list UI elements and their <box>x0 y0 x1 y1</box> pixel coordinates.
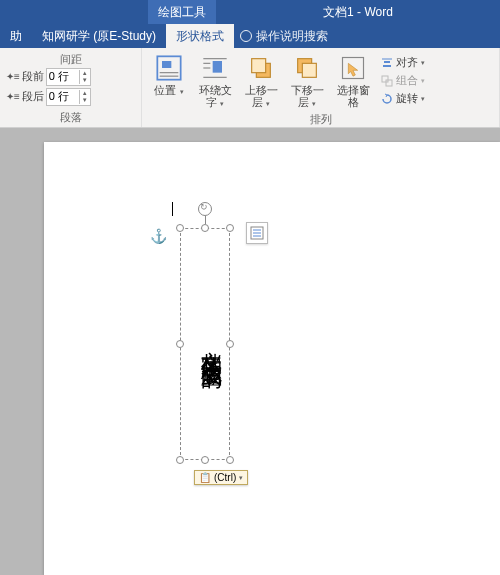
title-bar: 绘图工具 文档1 - Word <box>0 0 500 24</box>
resize-handle[interactable] <box>201 456 209 464</box>
resize-handle[interactable] <box>226 340 234 348</box>
group-paragraph: 间距 ✦≡ 段前 ▲▼ ✦≡ 段后 ▲▼ 段落 <box>0 48 142 127</box>
anchor-icon: ⚓ <box>150 228 167 244</box>
svg-rect-6 <box>213 61 222 73</box>
rotate-button[interactable]: 旋转▾ <box>378 90 428 107</box>
chevron-down-icon: ▾ <box>239 474 243 482</box>
bring-forward-icon <box>247 54 275 82</box>
space-after-input[interactable] <box>47 91 79 103</box>
send-backward-icon <box>293 54 321 82</box>
space-after-spinner[interactable]: ▲▼ <box>46 88 91 106</box>
ribbon-tabs: 助 知网研学 (原E-Study) 形状格式 操作说明搜索 <box>0 24 500 48</box>
tab-shape-format[interactable]: 形状格式 <box>166 24 234 48</box>
group-icon <box>381 75 393 87</box>
rotate-handle[interactable] <box>198 202 212 216</box>
rotate-label: 旋转 <box>396 91 418 106</box>
group-label-arrange: 排列 <box>148 110 493 127</box>
send-backward-button[interactable]: 下移一层 ▾ <box>286 52 328 110</box>
bring-forward-button[interactable]: 上移一层 ▾ <box>240 52 282 110</box>
resize-handle[interactable] <box>226 224 234 232</box>
down-arrow-icon[interactable]: ▼ <box>80 97 90 104</box>
tab-help[interactable]: 助 <box>0 24 32 48</box>
ribbon: 间距 ✦≡ 段前 ▲▼ ✦≡ 段后 ▲▼ 段落 <box>0 48 500 128</box>
space-before-label: 段前 <box>22 69 44 84</box>
clipboard-icon: 📋 <box>199 472 211 483</box>
down-arrow-icon[interactable]: ▼ <box>80 77 90 84</box>
resize-handle[interactable] <box>176 456 184 464</box>
svg-rect-17 <box>382 76 388 82</box>
selection-pane-button[interactable]: 选择窗格 <box>332 52 374 108</box>
svg-rect-18 <box>386 80 392 86</box>
wrap-text-icon <box>201 54 229 82</box>
space-after-icon: ✦≡ <box>6 91 20 102</box>
space-before-icon: ✦≡ <box>6 71 20 82</box>
page[interactable]: ⚓ 文档字体怎么变成竖的 📋 (Ctrl) ▾ <box>44 142 500 575</box>
rotate-icon <box>381 93 393 105</box>
svg-rect-15 <box>384 61 390 63</box>
group-btn-label: 组合 <box>396 73 418 88</box>
selection-label: 选择窗格 <box>332 84 374 108</box>
text-box-content[interactable]: 文档字体怎么变成竖的 <box>184 232 226 456</box>
resize-handle[interactable] <box>176 224 184 232</box>
tell-me[interactable]: 操作说明搜索 <box>240 28 328 45</box>
group-arrange: 位置 ▾ 环绕文 字 ▾ 上移一层 ▾ 下移一层 ▾ <box>142 48 500 127</box>
up-arrow-icon[interactable]: ▲ <box>80 90 90 97</box>
position-label: 位置 <box>154 84 176 96</box>
layout-options-button[interactable] <box>246 222 268 244</box>
tab-estudy[interactable]: 知网研学 (原E-Study) <box>32 24 166 48</box>
wrap-text-button[interactable]: 环绕文 字 ▾ <box>194 52 236 110</box>
forward-label: 上移一层 <box>245 84 278 108</box>
backward-label: 下移一层 <box>291 84 324 108</box>
text-box[interactable]: 文档字体怎么变成竖的 <box>174 222 236 466</box>
align-label: 对齐 <box>396 55 418 70</box>
group-label-paragraph: 段落 <box>6 108 135 125</box>
spacing-header: 间距 <box>6 52 135 67</box>
paste-options-tag[interactable]: 📋 (Ctrl) ▾ <box>194 470 248 485</box>
paste-tag-label: (Ctrl) <box>214 472 236 483</box>
position-icon <box>155 54 183 82</box>
resize-handle[interactable] <box>201 224 209 232</box>
space-after-label: 段后 <box>22 89 44 104</box>
space-before-spinner[interactable]: ▲▼ <box>46 68 91 86</box>
svg-rect-16 <box>383 65 391 67</box>
layout-options-icon <box>250 226 264 240</box>
up-arrow-icon[interactable]: ▲ <box>80 70 90 77</box>
drawing-tools-tab[interactable]: 绘图工具 <box>148 0 216 24</box>
wrap-label: 环绕文 字 <box>199 84 232 108</box>
group-button[interactable]: 组合▾ <box>378 72 428 89</box>
position-button[interactable]: 位置 ▾ <box>148 52 190 98</box>
window-title: 文档1 - Word <box>216 4 500 21</box>
align-button[interactable]: 对齐▾ <box>378 54 428 71</box>
document-area: ⚓ 文档字体怎么变成竖的 📋 (Ctrl) ▾ <box>0 128 500 575</box>
tell-me-label: 操作说明搜索 <box>256 28 328 45</box>
resize-handle[interactable] <box>226 456 234 464</box>
resize-handle[interactable] <box>176 340 184 348</box>
context-tab-area: 绘图工具 <box>148 0 216 24</box>
text-cursor <box>172 202 173 216</box>
bulb-icon <box>240 30 252 42</box>
selection-pane-icon <box>339 54 367 82</box>
align-icon <box>381 57 393 69</box>
rotate-connector <box>205 216 206 224</box>
svg-rect-12 <box>302 63 316 77</box>
svg-rect-1 <box>162 61 171 68</box>
svg-rect-10 <box>252 59 266 73</box>
space-before-input[interactable] <box>47 71 79 83</box>
